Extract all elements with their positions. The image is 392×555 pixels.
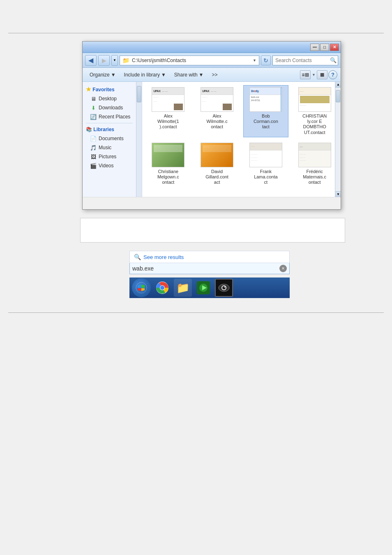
svg-point-3	[160, 286, 164, 290]
path-icon: 📁	[122, 57, 129, 64]
search-container: 🔍	[272, 56, 338, 65]
file-name-7: FrédéricMaternais.contact	[303, 169, 326, 185]
file-item-christian[interactable]: · · · · · · · · CHRISTIANly.cor EDOMBTHO…	[292, 85, 337, 137]
explorer-status-bar	[83, 197, 341, 209]
file-thumbnail-3: · · · · · · · ·	[298, 87, 331, 112]
file-thumbnail-4: · · · ·	[152, 143, 184, 167]
favorites-star-icon: ★	[86, 86, 91, 92]
path-text: C:\Users\jsmith\Contacts	[132, 58, 186, 63]
recent-places-icon: 🔄	[90, 113, 97, 120]
file-item-christiane[interactable]: · · · · ChristianeMelgown.contact	[145, 141, 191, 187]
thumbnail-orange: · · · ·	[201, 143, 233, 167]
eye-icon	[218, 283, 230, 292]
file-name-2: BobCorman.contact	[254, 113, 278, 130]
file-thumbnail-7: — · · · · · · · · · · · · · ·	[298, 143, 331, 167]
media-player-icon	[197, 281, 210, 294]
include-dropdown-icon: ▼	[161, 72, 166, 78]
forward-button[interactable]: ▶	[98, 55, 110, 66]
details-view-button[interactable]: ≡⊞	[300, 70, 311, 79]
file-item-bob-corman[interactable]: Bredly bob.cor 24-8731 CHRISTIAN ly.cor …	[243, 85, 289, 137]
sidebar-item-desktop[interactable]: 🖥 Desktop	[83, 94, 136, 103]
file-item-david[interactable]: · · · · DavidGillard.contact	[194, 141, 240, 187]
see-more-label: See more results	[143, 254, 184, 260]
address-path[interactable]: 📁 C:\Users\jsmith\Contacts ▼	[120, 56, 259, 65]
sidebar-item-downloads[interactable]: ⬇ Downloads	[83, 103, 136, 112]
chrome-icon	[156, 281, 169, 294]
scroll-thumb[interactable]	[336, 90, 340, 102]
list-view-button[interactable]: ▦	[317, 70, 327, 79]
svg-point-10	[224, 287, 226, 288]
start-search-input[interactable]	[132, 265, 277, 272]
file-item-frank[interactable]: · · · · · · · · · · · · · · · · · · Fran…	[243, 141, 289, 187]
bottom-divider	[8, 312, 384, 313]
sidebar-item-recent-places[interactable]: 🔄 Recent Places	[83, 112, 136, 121]
view-dropdown[interactable]: ▼	[312, 73, 316, 77]
back-button[interactable]: ◀	[85, 55, 97, 66]
start-menu-area: 🔍 See more results ×	[129, 251, 290, 274]
sidebar-content: ★ Favorites 🖥 Desktop ⬇ Downloads 🔄 Rece…	[83, 82, 142, 173]
refresh-button[interactable]: ↻	[261, 56, 271, 65]
file-name-0: AlexWilmotte(1).contact	[157, 113, 179, 130]
more-button[interactable]: >>	[208, 69, 221, 80]
path-dropdown-arrow[interactable]: ▼	[253, 58, 256, 62]
eye-button[interactable]	[215, 279, 233, 297]
include-in-library-button[interactable]: Include in library ▼	[120, 69, 170, 80]
sidebar-favorites-header[interactable]: ★ Favorites	[83, 84, 136, 94]
search-icon[interactable]: 🔍	[330, 57, 337, 63]
file-name-6: FrankLama.contact	[254, 169, 277, 185]
file-thumbnail-2: Bredly bob.cor 24-8731 CHRISTIAN ly.cor …	[249, 87, 282, 112]
card-photo-0	[174, 104, 183, 110]
sidebar-item-pictures[interactable]: 🖼 Pictures	[83, 152, 136, 161]
contact-card-6: · · · · · · · · · · · · · · · · · ·	[250, 143, 282, 167]
file-name-3: CHRISTIANly.cor EDOMBTHOUT.contact	[302, 113, 327, 135]
file-item-alex-wilmotte1[interactable]: UPAX — — · · · · · · · AlexWilmotte(1).c…	[145, 85, 191, 137]
main-area: ★ Favorites 🖥 Desktop ⬇ Downloads 🔄 Rece…	[83, 82, 341, 197]
content-box	[80, 218, 345, 243]
sidebar-scrollbar[interactable]	[136, 82, 142, 197]
file-item-frederic[interactable]: — · · · · · · · · · · · · · · FrédéricMa…	[292, 141, 337, 187]
taskbar: 📁	[129, 278, 290, 298]
libraries-icon: 📚	[86, 127, 92, 132]
chrome-button[interactable]	[153, 279, 171, 297]
sidebar-item-videos[interactable]: 🎬 Videos	[83, 161, 136, 170]
windows-orb-icon	[136, 282, 147, 294]
bob-corman-overflow: CHRISTIAN ly.cor E	[281, 88, 282, 112]
media-player-button[interactable]	[194, 279, 212, 297]
explorer-window: — □ ✕ ◀ ▶ ▼ 📁 C:\Users\jsmith\Contacts ▼…	[82, 41, 341, 210]
toolbar: Organize ▼ Include in library ▼ Share wi…	[83, 68, 341, 82]
thumbnail-green: · · · ·	[152, 143, 184, 167]
file-item-alex-wilmotte[interactable]: UPAX — — · · · · · · · AlexWilmotte.cont…	[194, 85, 240, 137]
sidebar-scroll-thumb[interactable]	[137, 86, 141, 102]
search-input[interactable]	[272, 56, 338, 65]
start-button[interactable]	[132, 278, 151, 297]
organize-button[interactable]: Organize ▼	[86, 69, 120, 80]
music-icon: 🎵	[90, 144, 97, 151]
scroll-down-button[interactable]: ▼	[335, 191, 341, 197]
contact-card-2: Bredly bob.cor 24-8731	[250, 88, 282, 111]
share-dropdown-icon: ▼	[199, 72, 204, 78]
sidebar-divider	[86, 123, 133, 123]
organize-dropdown-icon: ▼	[111, 72, 116, 78]
sidebar-item-documents[interactable]: 📄 Documents	[83, 134, 136, 143]
desktop-icon: 🖥	[90, 95, 97, 102]
search-clear-button[interactable]: ×	[279, 265, 287, 272]
see-more-results[interactable]: 🔍 See more results	[129, 251, 290, 263]
maximize-button[interactable]: □	[320, 44, 329, 51]
help-button[interactable]: ?	[328, 70, 337, 79]
view-icons: ≡⊞ ▼ ▦	[300, 70, 327, 79]
file-thumbnail-1: UPAX — — · · · · · · ·	[201, 87, 233, 112]
file-grid-scrollbar[interactable]: ▲ ▼	[335, 82, 341, 197]
contact-card-7: — · · · · · · · · · · · · · ·	[299, 143, 331, 167]
share-with-button[interactable]: Share with ▼	[171, 69, 208, 80]
file-thumbnail-6: · · · · · · · · · · · · · · · · · ·	[249, 143, 282, 167]
search-input-bar: ×	[129, 263, 290, 274]
close-button[interactable]: ✕	[330, 44, 339, 51]
folder-button[interactable]: 📁	[174, 279, 192, 297]
sidebar-libraries-header[interactable]: 📚 Libraries	[83, 125, 136, 134]
file-thumbnail-0: UPAX — — · · · · · · ·	[152, 87, 184, 112]
documents-icon: 📄	[90, 135, 97, 142]
scroll-up-button[interactable]: ▲	[335, 82, 341, 88]
sidebar-item-music[interactable]: 🎵 Music	[83, 143, 136, 152]
nav-dropdown[interactable]: ▼	[111, 55, 118, 66]
minimize-button[interactable]: —	[310, 44, 319, 51]
